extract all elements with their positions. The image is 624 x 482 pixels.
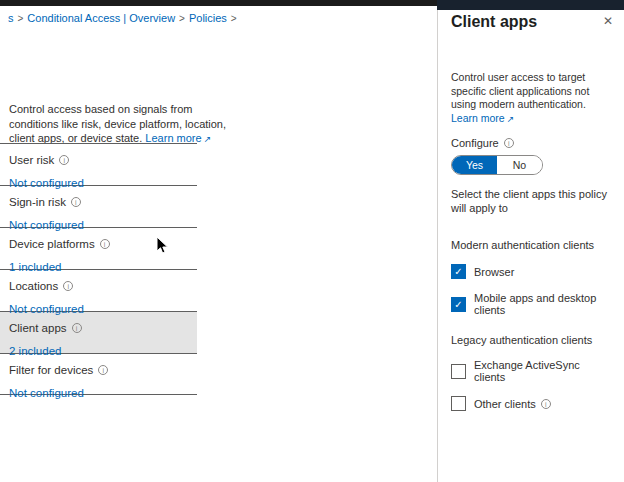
client-apps-panel: Client apps ✕ Control user access to tar…	[437, 0, 624, 482]
checkbox-checked-icon[interactable]: ✓	[451, 297, 466, 312]
info-icon: i	[59, 155, 69, 165]
check-icon: ✓	[454, 266, 462, 277]
configure-toggle[interactable]: Yes No	[451, 155, 543, 175]
chevron-right-icon: >	[179, 13, 185, 24]
checkbox-label: Browser	[474, 266, 514, 278]
condition-row-client-apps[interactable]: Client appsi 2 included	[0, 311, 197, 353]
info-icon: i	[541, 399, 551, 409]
checkbox-label: Other clients	[474, 398, 536, 410]
checkbox-label: Mobile apps and desktop clients	[474, 292, 614, 316]
condition-row-filter-for-devices[interactable]: Filter for devicesi Not configured	[0, 353, 197, 395]
condition-row-locations[interactable]: Locationsi Not configured	[0, 269, 197, 311]
checkbox-row-mobile-desktop[interactable]: ✓ Mobile apps and desktop clients	[451, 292, 614, 316]
check-icon: ✓	[454, 299, 462, 310]
breadcrumb-item-policies[interactable]: Policies	[189, 12, 227, 24]
portal-header-fragment	[437, 0, 624, 10]
info-icon: i	[71, 197, 81, 207]
checkbox-row-browser[interactable]: ✓ Browser	[451, 264, 614, 279]
external-link-icon: ↗	[204, 134, 212, 144]
condition-label: Sign-in risk	[9, 196, 66, 208]
chevron-right-icon: >	[18, 13, 24, 24]
condition-row-device-platforms[interactable]: Device platformsi 1 included	[0, 227, 197, 269]
info-icon: i	[72, 323, 82, 333]
panel-title: Client apps	[451, 13, 614, 31]
condition-label: User risk	[9, 154, 54, 166]
configure-label: Configure	[451, 137, 499, 149]
info-icon: i	[63, 281, 73, 291]
panel-description-text: Control user access to target specific c…	[451, 71, 589, 110]
condition-row-user-risk[interactable]: User riski Not configured	[0, 143, 197, 185]
external-link-icon: ↗	[507, 114, 515, 124]
condition-label: Device platforms	[9, 238, 95, 250]
toggle-no-option[interactable]: No	[497, 156, 542, 174]
close-icon[interactable]: ✕	[603, 14, 613, 28]
breadcrumb-item-truncated[interactable]: s	[8, 12, 14, 24]
checkbox-unchecked-icon[interactable]	[451, 364, 466, 379]
breadcrumb: s>Conditional Access | Overview>Policies…	[8, 12, 241, 24]
panel-description: Control user access to target specific c…	[451, 71, 611, 126]
learn-more-link[interactable]: Learn more	[451, 112, 505, 124]
checkbox-unchecked-icon[interactable]	[451, 396, 466, 411]
chevron-right-icon: >	[231, 13, 237, 24]
condition-label: Locations	[9, 280, 58, 292]
select-apps-instruction: Select the client apps this policy will …	[451, 187, 616, 216]
checkbox-row-exchange-activesync[interactable]: Exchange ActiveSync clients	[451, 359, 614, 383]
condition-value-link[interactable]: Not configured	[9, 387, 197, 399]
info-icon: i	[98, 365, 108, 375]
legacy-clients-header: Legacy authentication clients	[451, 334, 614, 346]
checkbox-label: Exchange ActiveSync clients	[474, 359, 614, 383]
toggle-yes-option[interactable]: Yes	[452, 156, 497, 174]
condition-label: Filter for devices	[9, 364, 93, 376]
checkbox-checked-icon[interactable]: ✓	[451, 264, 466, 279]
info-icon: i	[100, 239, 110, 249]
info-icon: i	[504, 138, 514, 148]
conditions-list: User riski Not configured Sign-in riski …	[0, 143, 197, 395]
conditions-description: Control access based on signals from con…	[9, 102, 234, 146]
modern-clients-header: Modern authentication clients	[451, 239, 614, 251]
condition-label: Client apps	[9, 322, 67, 334]
checkbox-row-other-clients[interactable]: Other clientsi	[451, 396, 614, 411]
condition-row-sign-in-risk[interactable]: Sign-in riski Not configured	[0, 185, 197, 227]
breadcrumb-item-conditional-access[interactable]: Conditional Access | Overview	[27, 12, 175, 24]
configure-label-row: Configurei	[451, 137, 614, 149]
